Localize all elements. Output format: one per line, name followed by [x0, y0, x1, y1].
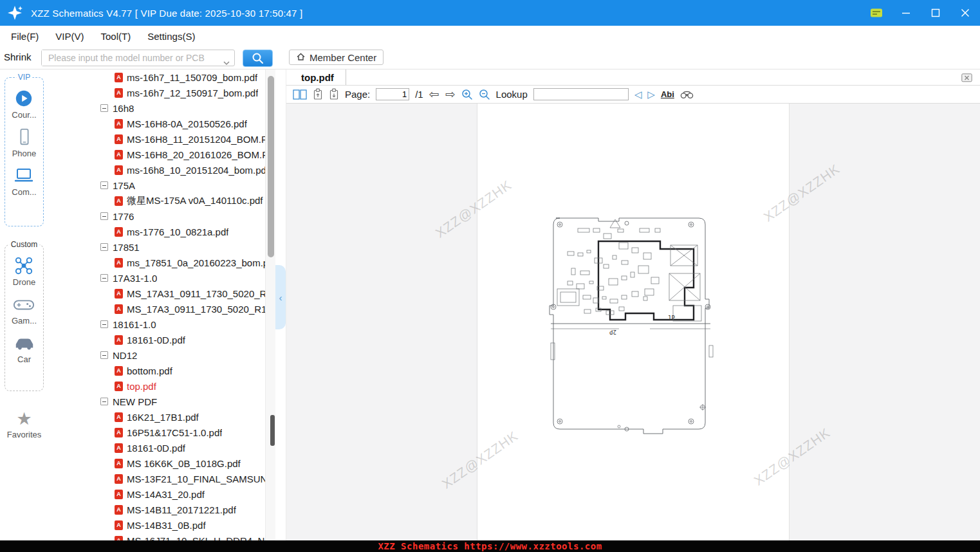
pdf-file-icon — [115, 119, 123, 129]
pdf-file-icon — [115, 196, 123, 206]
tree-folder-row[interactable]: 175A — [48, 178, 265, 193]
close-button[interactable] — [957, 5, 974, 21]
star-icon: ★ — [16, 409, 32, 428]
tree-file-row[interactable]: MS-16H8_20_20161026_BOM.PDF — [48, 147, 265, 162]
sidebar-item-course[interactable]: Cour... — [12, 88, 36, 120]
tree-folder-row[interactable]: ND12 — [48, 347, 265, 363]
binoculars-icon[interactable] — [680, 89, 694, 99]
page-number-input[interactable] — [376, 88, 409, 100]
tree-file-row[interactable]: MS_17A3_0911_1730_5020_R162 — [48, 301, 265, 317]
play-circle-icon — [14, 88, 33, 109]
tree-item-label: ND12 — [113, 350, 137, 361]
text-select-icon[interactable]: Abi — [661, 89, 674, 99]
pdf-file-icon — [115, 258, 123, 268]
tree-scrollbar[interactable] — [265, 69, 275, 540]
tree-file-row[interactable]: MS-16H8-0A_20150526.pdf — [48, 116, 265, 131]
collapse-panel-handle[interactable]: ‹ — [275, 265, 286, 329]
collapse-minus-icon[interactable] — [100, 320, 108, 328]
pdf-viewer: top.pdf Page: /1 ⇦ ⇨ — [286, 69, 980, 540]
tree-file-row[interactable]: 18161-0D.pdf — [48, 440, 265, 455]
tree-file-row[interactable]: ms_17851_0a_20160223_bom.pdf — [48, 255, 265, 270]
tree-folder-row[interactable]: 17A31-1.0 — [48, 270, 265, 286]
sidebar-item-label: Drone — [13, 277, 35, 287]
vip-card-icon[interactable] — [868, 5, 885, 21]
tree-file-row[interactable]: bottom.pdf — [48, 363, 265, 378]
tree-file-row[interactable]: MS-13F21_10_FINAL_SAMSUNG — [48, 471, 265, 486]
scrollbar-thumb[interactable] — [268, 76, 274, 257]
tree-file-row[interactable]: 18161-0D.pdf — [48, 332, 265, 347]
model-search-input[interactable] — [42, 50, 216, 66]
pdf-canvas[interactable]: 1P 2P XZZ@XZZHKXZZ@XZZHKXZZ@XZZHKXZZ@XZZ… — [286, 104, 980, 540]
collapse-minus-icon[interactable] — [100, 181, 108, 189]
sidebar-item-phone[interactable]: Phone — [12, 127, 37, 158]
sidebar-item-car[interactable]: Car — [14, 333, 35, 364]
menu-item-tool[interactable]: Tool(T) — [93, 26, 140, 46]
tree-item-label: 18161-1.0 — [113, 319, 156, 330]
zoom-out-icon[interactable] — [479, 89, 490, 100]
menu-item-vip[interactable]: VIP(V) — [47, 26, 92, 46]
tree-folder-row[interactable]: NEW PDF — [48, 394, 265, 409]
pcb-drawing: 1P 2P — [542, 214, 727, 438]
collapse-minus-icon[interactable] — [100, 398, 108, 405]
sidebar-item-label: Favorites — [7, 430, 41, 439]
rotate-left-icon[interactable] — [313, 88, 323, 100]
collapse-minus-icon[interactable] — [100, 274, 108, 282]
phone-icon — [15, 127, 34, 147]
pdf-file-icon — [115, 443, 123, 453]
collapse-minus-icon[interactable] — [100, 351, 108, 359]
minimize-button[interactable] — [898, 5, 914, 21]
tree-folder-row[interactable]: 18161-1.0 — [48, 317, 265, 332]
menu-item-file[interactable]: File(F) — [3, 26, 47, 46]
tree-folder-row[interactable]: 1776 — [48, 208, 265, 224]
search-button[interactable] — [243, 50, 273, 67]
sidebar-item-computer[interactable]: Com... — [12, 165, 36, 197]
tree-file-row[interactable]: MS_17A31_0911_1730_5020_R16 — [48, 286, 265, 301]
sidebar-item-game[interactable]: Gam... — [12, 294, 37, 326]
vip-group-label: VIP — [16, 73, 32, 82]
tree-item-label: MS_17A31_0911_1730_5020_R16 — [127, 288, 265, 299]
tree-file-row[interactable]: MS-14B11_20171221.pdf — [48, 502, 265, 517]
tree-file-row[interactable]: ms-16h7_11_150709_bom.pdf — [48, 69, 265, 85]
zoom-in-icon[interactable] — [461, 89, 473, 100]
close-document-icon[interactable] — [961, 72, 972, 85]
tab-label: top.pdf — [301, 72, 334, 83]
tree-file-row[interactable]: MS-16J71_10_SKL-H_DDR4_N16 — [48, 533, 265, 540]
tree-file-row[interactable]: MS-14A31_20.pdf — [48, 486, 265, 502]
find-previous-icon[interactable]: ◁ — [634, 89, 642, 99]
sidebar-item-drone[interactable]: Drone — [13, 255, 35, 287]
next-page-icon[interactable]: ⇨ — [445, 88, 456, 100]
tree-file-row[interactable]: 微星MS-175A v0A_140110c.pdf — [48, 193, 265, 208]
tree-folder-row[interactable]: 17851 — [48, 239, 265, 255]
member-center-button[interactable]: Member Center — [289, 50, 384, 65]
sidebar-item-favorites[interactable]: ★ Favorites — [0, 409, 48, 439]
tree-file-row[interactable]: ms-1776_10_0821a.pdf — [48, 224, 265, 239]
scrollbar-thumb-secondary[interactable] — [270, 415, 275, 446]
tree-folder-row[interactable]: 16h8 — [48, 100, 265, 116]
menu-item-settings[interactable]: Settings(S) — [139, 26, 203, 46]
tree-item-label: MS-14B31_0B.pdf — [127, 520, 206, 531]
tree-file-row[interactable]: MS 16K6K_0B_1018G.pdf — [48, 455, 265, 471]
tree-file-row[interactable]: ms-16h7_12_150917_bom.pdf — [48, 85, 265, 100]
tab-top-pdf[interactable]: top.pdf — [301, 69, 346, 85]
collapse-minus-icon[interactable] — [100, 243, 108, 251]
rotate-right-icon[interactable] — [329, 88, 339, 100]
tree-file-row[interactable]: 16P51&17C51-1.0.pdf — [48, 425, 265, 440]
collapse-minus-icon[interactable] — [100, 104, 108, 112]
find-next-icon[interactable]: ▷ — [647, 89, 655, 99]
two-page-view-icon[interactable] — [293, 89, 307, 100]
lookup-input[interactable] — [533, 88, 629, 100]
maximize-button[interactable] — [927, 5, 944, 21]
prev-page-icon[interactable]: ⇦ — [429, 88, 439, 100]
chevron-down-icon[interactable] — [223, 57, 230, 68]
custom-group: Custom Drone Gam... Car — [5, 244, 44, 391]
laptop-icon — [14, 165, 34, 186]
tree-file-row[interactable]: ms-16h8_10_20151204_bom.pdf — [48, 162, 265, 178]
tree-file-row[interactable]: top.pdf — [48, 378, 265, 394]
shrink-button[interactable]: Shrink — [4, 51, 32, 62]
tree-file-row[interactable]: MS-16H8_11_20151204_BOM.PDF — [48, 131, 265, 147]
tree-file-row[interactable]: MS-14B31_0B.pdf — [48, 517, 265, 533]
collapse-minus-icon[interactable] — [100, 212, 108, 220]
tree-file-row[interactable]: 16K21_17B1.pdf — [48, 409, 265, 425]
board-label-2p: 2P — [609, 329, 616, 335]
pdf-file-icon — [115, 382, 123, 391]
